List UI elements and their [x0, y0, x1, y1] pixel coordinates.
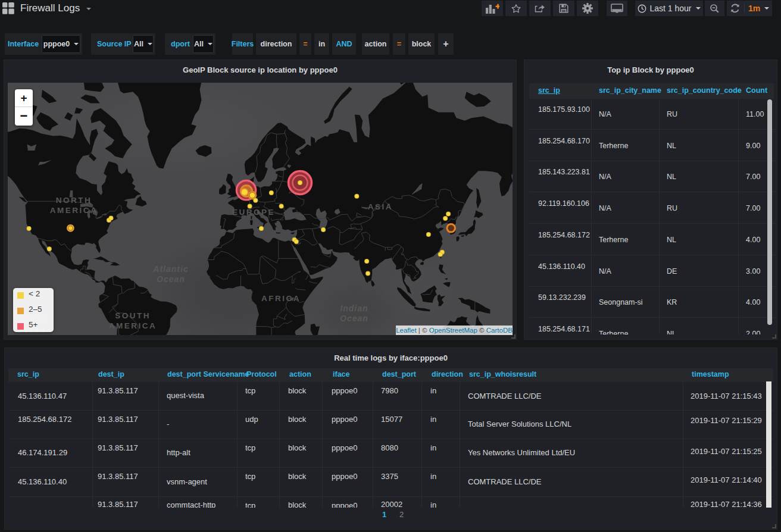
svg-text:Ocean: Ocean — [157, 274, 185, 284]
svg-text:EUROPE: EUROPE — [232, 208, 275, 217]
svg-text:AFRICA: AFRICA — [261, 294, 301, 303]
svg-text:SOUTH: SOUTH — [115, 311, 151, 320]
svg-text:Atlantic: Atlantic — [152, 264, 188, 274]
svg-text:NORTH: NORTH — [56, 196, 92, 205]
svg-text:AMERICA: AMERICA — [109, 321, 157, 330]
svg-text:ASIA: ASIA — [368, 202, 393, 211]
svg-text:Ocean: Ocean — [340, 314, 368, 323]
svg-text:Indian: Indian — [340, 303, 368, 313]
svg-text:AMERICA: AMERICA — [50, 206, 98, 215]
